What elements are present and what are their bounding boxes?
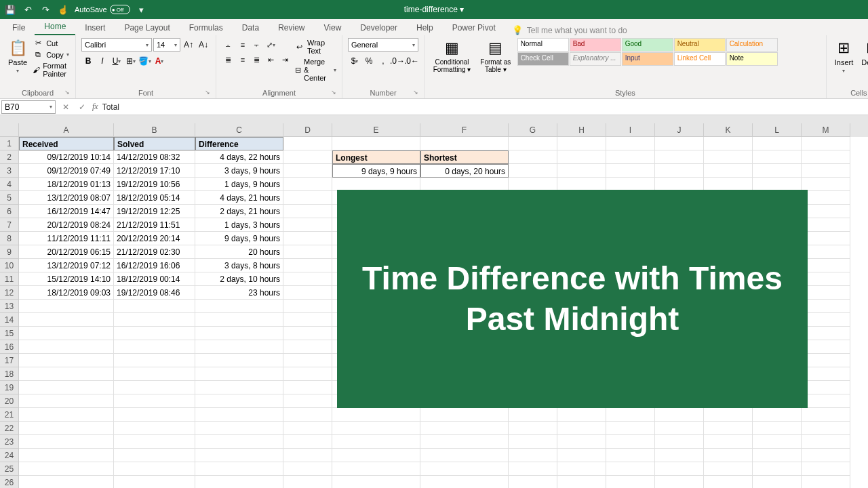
cell-empty-G2[interactable] <box>509 150 557 164</box>
cell-empty-I22[interactable] <box>606 422 655 435</box>
row-header-21[interactable]: 21 <box>0 408 19 422</box>
cell-C6[interactable]: 2 days, 21 hours <box>195 205 283 218</box>
cell-empty-B20[interactable] <box>114 394 195 408</box>
cell-empty-M3[interactable] <box>802 164 850 178</box>
number-launcher-icon[interactable]: ↘ <box>413 89 418 96</box>
cell-empty-L25[interactable] <box>753 462 802 476</box>
cell-empty-A13[interactable] <box>19 300 114 313</box>
row-header-22[interactable]: 22 <box>0 422 19 435</box>
cell-empty-B18[interactable] <box>114 367 195 381</box>
cell-empty-L4[interactable] <box>753 178 802 191</box>
insert-cells-button[interactable]: ⊞Insert▾ <box>832 38 856 75</box>
row-header-3[interactable]: 3 <box>0 164 19 178</box>
tab-view[interactable]: View <box>315 20 351 35</box>
document-title[interactable]: time-difference ▾ <box>404 5 464 14</box>
cell-empty-M20[interactable] <box>802 394 850 408</box>
cell-empty-M10[interactable] <box>802 259 850 272</box>
col-header-H[interactable]: H <box>557 123 606 137</box>
cell-empty-D11[interactable] <box>283 272 332 286</box>
cell-empty-D1[interactable] <box>283 137 332 150</box>
cell-empty-B26[interactable] <box>114 476 195 488</box>
cell-empty-M25[interactable] <box>802 462 850 476</box>
cell-empty-J3[interactable] <box>655 164 704 178</box>
style-check-cell[interactable]: Check Cell <box>517 52 569 66</box>
format-as-table-button[interactable]: ▤Format as Table ▾ <box>477 38 515 75</box>
align-bottom-icon[interactable]: ⫟ <box>250 38 264 52</box>
cell-empty-H2[interactable] <box>557 150 606 164</box>
tab-review[interactable]: Review <box>269 20 314 35</box>
cell-empty-K2[interactable] <box>704 150 753 164</box>
cell-empty-M18[interactable] <box>802 367 850 381</box>
cell-empty-I3[interactable] <box>606 164 655 178</box>
cell-empty-M6[interactable] <box>802 205 850 218</box>
cell-empty-B16[interactable] <box>114 340 195 354</box>
cell-empty-K21[interactable] <box>704 408 753 422</box>
cell-empty-J24[interactable] <box>655 449 704 462</box>
col-header-A[interactable]: A <box>19 123 114 137</box>
cell-empty-J21[interactable] <box>655 408 704 422</box>
tab-power-pivot[interactable]: Power Pivot <box>443 20 505 35</box>
cell-C12[interactable]: 23 hours <box>195 286 283 300</box>
redo-icon[interactable]: ↷ <box>39 3 52 16</box>
cell-empty-L23[interactable] <box>753 435 802 449</box>
col-header-B[interactable]: B <box>114 123 195 137</box>
tab-home[interactable]: Home <box>35 19 75 35</box>
italic-button[interactable]: I <box>96 54 109 68</box>
cell-B7[interactable]: 21/12/2019 11:51 <box>114 218 195 232</box>
cell-empty-A20[interactable] <box>19 394 114 408</box>
align-top-icon[interactable]: ⫠ <box>222 38 235 52</box>
cell-empty-M11[interactable] <box>802 272 850 286</box>
cell-empty-G4[interactable] <box>509 178 557 191</box>
cell-empty-K26[interactable] <box>704 476 753 488</box>
col-header-J[interactable]: J <box>655 123 704 137</box>
cell-empty-M8[interactable] <box>802 232 850 245</box>
cell-empty-K25[interactable] <box>704 462 753 476</box>
cell-B8[interactable]: 20/12/2019 20:14 <box>114 232 195 245</box>
row-header-23[interactable]: 23 <box>0 435 19 449</box>
cell-empty-C25[interactable] <box>195 462 283 476</box>
copy-button[interactable]: ⧉Copy▾ <box>33 49 70 60</box>
row-header-4[interactable]: 4 <box>0 178 19 191</box>
row-header-18[interactable]: 18 <box>0 367 19 381</box>
cell-A7[interactable]: 20/12/2019 08:24 <box>19 218 114 232</box>
cell-empty-D18[interactable] <box>283 367 332 381</box>
cell-empty-E22[interactable] <box>332 422 420 435</box>
cell-empty-A19[interactable] <box>19 381 114 394</box>
font-size-select[interactable]: 14▾ <box>153 38 180 52</box>
cell-B4[interactable]: 19/12/2019 10:56 <box>114 178 195 191</box>
decrease-font-icon[interactable]: A↓ <box>197 38 210 52</box>
percent-format-icon[interactable]: % <box>362 54 376 68</box>
cell-empty-B22[interactable] <box>114 422 195 435</box>
row-header-7[interactable]: 7 <box>0 218 19 232</box>
name-box[interactable]: B70▾ <box>1 100 56 114</box>
cell-A5[interactable]: 13/12/2019 08:07 <box>19 191 114 205</box>
save-icon[interactable]: 💾 <box>4 3 16 16</box>
style-bad[interactable]: Bad <box>570 38 621 52</box>
tell-me-search[interactable]: 💡 Tell me what you want to do <box>512 25 627 35</box>
cell-C7[interactable]: 1 days, 3 hours <box>195 218 283 232</box>
cell-empty-J1[interactable] <box>655 137 704 150</box>
cell-empty-B19[interactable] <box>114 381 195 394</box>
cell-empty-B13[interactable] <box>114 300 195 313</box>
cell-empty-F24[interactable] <box>420 449 509 462</box>
cell-C1[interactable]: Difference <box>195 137 283 150</box>
formula-input[interactable]: Total <box>102 102 119 112</box>
cell-empty-D16[interactable] <box>283 340 332 354</box>
cell-empty-E21[interactable] <box>332 408 420 422</box>
cell-empty-G1[interactable] <box>509 137 557 150</box>
cell-empty-K4[interactable] <box>704 178 753 191</box>
cell-empty-C15[interactable] <box>195 327 283 340</box>
cell-A10[interactable]: 13/12/2019 07:12 <box>19 259 114 272</box>
cell-empty-M21[interactable] <box>802 408 850 422</box>
cell-empty-I25[interactable] <box>606 462 655 476</box>
cell-empty-M2[interactable] <box>802 150 850 164</box>
cell-empty-D14[interactable] <box>283 313 332 327</box>
cell-empty-E24[interactable] <box>332 449 420 462</box>
style-linked-cell[interactable]: Linked Cell <box>674 52 726 66</box>
cell-empty-B17[interactable] <box>114 354 195 367</box>
cell-empty-F26[interactable] <box>420 476 509 488</box>
cell-A6[interactable]: 16/12/2019 14:47 <box>19 205 114 218</box>
cell-empty-C23[interactable] <box>195 435 283 449</box>
row-header-24[interactable]: 24 <box>0 449 19 462</box>
col-header-F[interactable]: F <box>420 123 509 137</box>
